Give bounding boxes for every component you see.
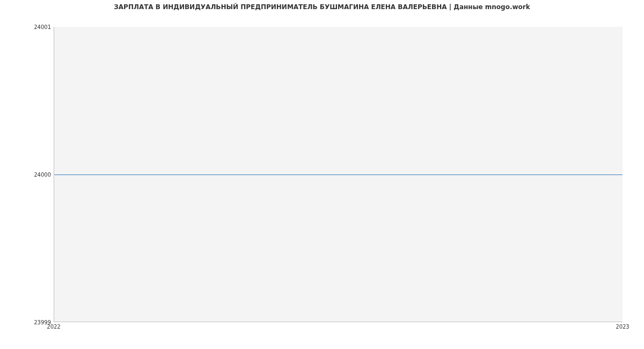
y-tick-mid: 24000 <box>0 172 51 178</box>
x-tick-left: 2022 <box>47 324 60 330</box>
chart-title: ЗАРПЛАТА В ИНДИВИДУАЛЬНЫЙ ПРЕДПРИНИМАТЕЛ… <box>0 3 644 11</box>
plot-area <box>54 27 623 322</box>
y-tick-bottom: 23999 <box>0 319 51 325</box>
plot-inner <box>54 27 623 322</box>
chart-container: ЗАРПЛАТА В ИНДИВИДУАЛЬНЫЙ ПРЕДПРИНИМАТЕЛ… <box>0 0 644 349</box>
x-tick-right: 2023 <box>616 324 629 330</box>
y-tick-top: 24001 <box>0 24 51 30</box>
series-line <box>54 174 623 175</box>
